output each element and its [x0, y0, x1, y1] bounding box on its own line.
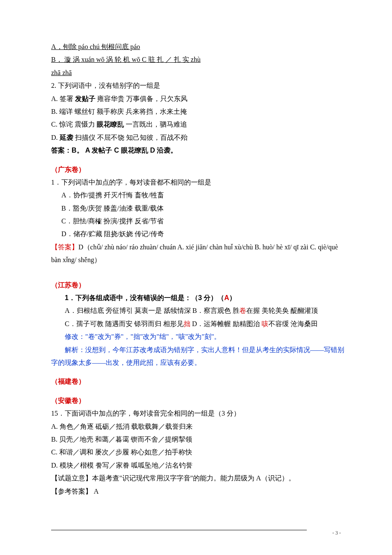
- ah-answer: 【参考答案】 A: [51, 485, 345, 498]
- gd-option-d: D．储存/贮藏 阻挠/妖娆 传记/传奇: [51, 228, 345, 240]
- text-line: A，刨除 páo chú 刨根问底 páo: [51, 40, 345, 53]
- js-analysis: 解析：没想到，今年江苏改考成语为错别字，实出人意料！但是从考生的实际情况——写错…: [51, 344, 345, 370]
- text-line: B， 漩 涡 xuán wō 涡 轮 机 wō C 驻 扎 ／ 扎 实 zhù: [51, 53, 345, 66]
- q2-stem: 2. 下列词语中，没有错别字的一组是: [51, 79, 345, 92]
- underline-span: B， 漩 涡 xuán wō 涡 轮 机 wō C 驻 扎 ／ 扎 实 zhù: [51, 56, 201, 63]
- gd-option-a: A．协作/提携 歼灭/忏悔 畜牧/牲畜: [51, 189, 345, 202]
- footer-divider: [51, 530, 307, 530]
- section-guangdong-title: （广东卷）: [51, 163, 345, 176]
- ah-option-a: A. 角色／角逐 砥砺／抵消 载歌载舞／载誉归来: [51, 420, 345, 433]
- js-fix: 修改："卷"改为"券"，"拙"改为"绌"，"咳"改为"刻"。: [51, 330, 345, 343]
- gd-answer: 【答案】D（chǔ/ zhù náo/ ráo zhuàn/ chuán A. …: [51, 241, 345, 267]
- ah-q-stem: 15．下面词语中加点的字，每对读音完全相同的一组是（3 分）: [51, 407, 345, 420]
- gd-option-c: C．胆怯/商榷 扮演/搅拌 反省/节省: [51, 215, 345, 228]
- js-options-line1: A．归根结底 旁征博引 莫衷一是 舐犊情深 B．察言观色 胜卷在握 美轮美奂 醍…: [51, 304, 345, 317]
- section-fujian-title: （福建卷）: [51, 375, 345, 388]
- underline-span: A，刨除 páo chú 刨根问底 páo: [51, 43, 140, 50]
- gd-q1-stem: 1．下列词语中加点的字，每对读音都不相同的一组是: [51, 176, 345, 189]
- gd-option-b: B．豁免/庆贺 膝盖/油漆 载重/载体: [51, 202, 345, 215]
- q2-answer: 答案：B。 A 发帖子 C 眼花缭乱 D 沿袭。: [51, 144, 345, 157]
- q2-option-d: D. 延袭 扫描仪 不屈不饶 知己知彼，百战不殆: [51, 131, 345, 144]
- text-line: zhā zhā: [51, 66, 345, 79]
- page-number: - 3 -: [332, 528, 341, 538]
- js-options-line2: C．孺子可教 随遇而安 铩羽而归 相形见拙 D．运筹帷幄 励精图治 咳不容缓 沧…: [51, 318, 345, 330]
- section-anhui-title: （安徽卷）: [51, 394, 345, 407]
- underline-span: zhā zhā: [51, 69, 72, 76]
- q2-option-b: B. 端详 螺丝钉 额手称庆 兵来将挡，水来土掩: [51, 105, 345, 118]
- document-page: A，刨除 páo chú 刨根问底 páo B， 漩 涡 xuán wō 涡 轮…: [0, 0, 392, 555]
- bold-text: 延袭: [60, 134, 73, 141]
- q2-option-c: C. 惊诧 震慑力 眼花瞭乱 一言既出，驷马难追: [51, 118, 345, 131]
- ah-option-b: B. 贝壳／地壳 和蔼／暮霭 锲而不舍／提纲挈领: [51, 433, 345, 446]
- ah-intent: 【试题立意】本题考查"识记现代常用汉字字音"的能力。能力层级为 A（识记）。: [51, 472, 345, 485]
- q2-option-a: A. 签署 发贴子 雍容华贵 万事俱备，只欠东风: [51, 92, 345, 105]
- ah-option-d: D. 模块／楷模 誊写／家眷 呱呱坠地／沽名钓誉: [51, 459, 345, 472]
- bold-text: 发贴子: [75, 95, 95, 102]
- section-jiangsu-title: （江苏卷）: [51, 279, 345, 292]
- ah-option-c: C. 和谐／调和 屡次／步履 称心如意／拍手称快: [51, 446, 345, 459]
- bold-text: 眼花瞭乱: [97, 121, 124, 128]
- js-q1-stem: 1．下列各组成语中，没有错误的一组是：（3 分）（A）: [51, 292, 345, 304]
